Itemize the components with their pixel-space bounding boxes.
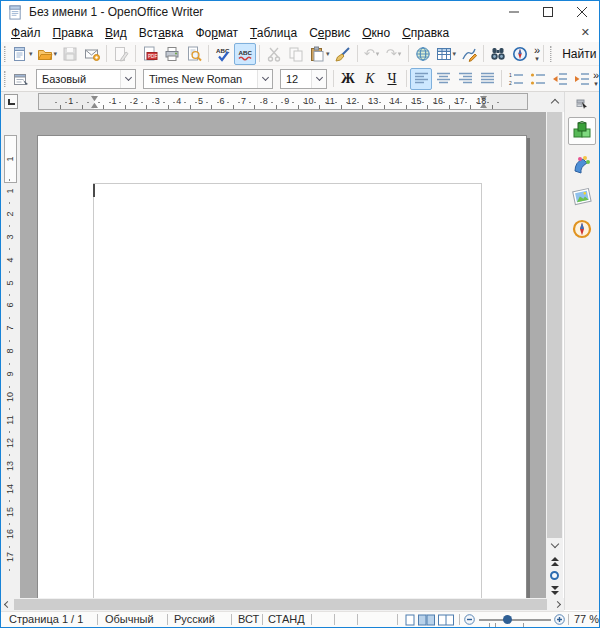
bold-button[interactable]: Ж bbox=[337, 68, 359, 90]
toolbar-grip[interactable] bbox=[4, 46, 6, 62]
ruler-tick bbox=[411, 102, 413, 103]
menu-item[interactable]: Окно bbox=[356, 25, 396, 41]
tab-stop-type-button[interactable] bbox=[4, 94, 18, 109]
find-toolbar-grip[interactable] bbox=[550, 46, 552, 62]
document-page[interactable] bbox=[37, 135, 527, 598]
sidebar-tab-styles[interactable] bbox=[568, 151, 596, 179]
bullet-list-button[interactable] bbox=[527, 68, 549, 90]
table-button[interactable]: ▾ bbox=[434, 43, 459, 65]
ruler-tick bbox=[465, 102, 467, 103]
view-multi-page-button[interactable] bbox=[418, 614, 435, 626]
auto-spellcheck-button[interactable]: ABC bbox=[234, 43, 256, 65]
hyperlink-button[interactable] bbox=[412, 43, 434, 65]
toolbar-grip[interactable] bbox=[4, 71, 6, 87]
combo-arrow[interactable] bbox=[311, 70, 326, 88]
view-book-button[interactable] bbox=[438, 614, 454, 626]
save-button[interactable] bbox=[59, 43, 81, 65]
paste-button[interactable]: ▾ bbox=[307, 43, 332, 65]
page-style-field[interactable]: Обычный bbox=[105, 612, 154, 627]
align-justify-button[interactable] bbox=[476, 68, 498, 90]
combo-arrow[interactable] bbox=[120, 70, 135, 88]
document-workspace[interactable] bbox=[20, 112, 546, 598]
svg-text:PDF: PDF bbox=[148, 54, 157, 59]
redo-button[interactable]: ↷ ▾ bbox=[383, 43, 405, 65]
sidebar-tab-properties[interactable] bbox=[568, 117, 596, 145]
open-button[interactable]: ▾ bbox=[35, 43, 60, 65]
ruler-tick bbox=[406, 105, 407, 109]
vertical-scrollbar-thumb[interactable] bbox=[547, 112, 562, 538]
styles-panel-button[interactable] bbox=[10, 68, 32, 90]
minimize-button[interactable] bbox=[497, 1, 531, 23]
export-pdf-icon: PDF bbox=[142, 46, 158, 62]
previous-page-button[interactable] bbox=[546, 555, 563, 568]
sidebar-settings-button[interactable] bbox=[568, 95, 596, 113]
menu-item[interactable]: Файл bbox=[5, 25, 47, 41]
indent-marker-left[interactable] bbox=[90, 95, 99, 113]
horizontal-scrollbar[interactable] bbox=[1, 598, 564, 611]
ruler-tick bbox=[60, 105, 61, 109]
increase-indent-button[interactable] bbox=[571, 68, 593, 90]
email-button[interactable] bbox=[81, 43, 103, 65]
combo-arrow[interactable] bbox=[257, 70, 272, 88]
menu-item[interactable]: Вставка bbox=[133, 25, 190, 41]
horizontal-scrollbar-thumb[interactable] bbox=[14, 599, 547, 610]
sidebar-tab-gallery[interactable] bbox=[568, 183, 596, 211]
menu-item[interactable]: Справка bbox=[396, 25, 455, 41]
italic-button[interactable]: К bbox=[359, 68, 381, 90]
menu-item[interactable]: Сервис bbox=[303, 25, 356, 41]
selection-mode-field[interactable]: СТАНД bbox=[268, 612, 305, 627]
language-field[interactable]: Русский bbox=[174, 612, 215, 627]
font-name-select[interactable]: Times New Roman bbox=[143, 69, 273, 89]
sidebar-tab-navigator[interactable] bbox=[568, 215, 596, 243]
maximize-button[interactable] bbox=[531, 1, 565, 23]
menu-item[interactable]: Таблица bbox=[244, 25, 303, 41]
navigator-button[interactable] bbox=[509, 43, 531, 65]
vertical-ruler[interactable]: 11234567891011121314151617 bbox=[1, 112, 20, 598]
next-page-button[interactable] bbox=[546, 583, 563, 596]
print-button[interactable] bbox=[161, 43, 183, 65]
zoom-slider[interactable] bbox=[479, 619, 551, 621]
insert-mode-field[interactable]: ВСТ bbox=[238, 612, 259, 627]
menu-item[interactable]: Правка bbox=[47, 25, 100, 41]
scroll-left-button[interactable] bbox=[1, 598, 14, 611]
underline-button[interactable]: Ч bbox=[381, 68, 403, 90]
align-center-button[interactable] bbox=[432, 68, 454, 90]
spelling-button[interactable]: ABC bbox=[212, 43, 234, 65]
scroll-up-button[interactable] bbox=[546, 93, 563, 110]
format-paintbrush-button[interactable] bbox=[332, 43, 354, 65]
new-document-button[interactable]: ▾ bbox=[10, 43, 35, 65]
toolbar-overflow-button[interactable]: » ▾ bbox=[534, 46, 540, 62]
zoom-slider-thumb[interactable] bbox=[503, 615, 512, 624]
scroll-down-button[interactable] bbox=[546, 539, 563, 552]
export-pdf-button[interactable]: PDF bbox=[139, 43, 161, 65]
copy-button[interactable] bbox=[285, 43, 307, 65]
numbered-list-button[interactable]: 12 bbox=[505, 68, 527, 90]
zoom-in-button[interactable] bbox=[554, 614, 565, 627]
view-single-page-button[interactable] bbox=[405, 614, 415, 626]
menu-item[interactable]: Формат bbox=[189, 25, 244, 41]
draw-functions-button[interactable] bbox=[458, 43, 480, 65]
horizontal-ruler[interactable]: 1123456789101112131415161718 bbox=[23, 93, 546, 111]
formatting-overflow-button[interactable]: » ▾ bbox=[593, 71, 599, 87]
font-size-select[interactable]: 12 bbox=[280, 69, 327, 89]
find-replace-button[interactable] bbox=[487, 43, 509, 65]
undo-button[interactable]: ↶ ▾ bbox=[361, 43, 383, 65]
align-left-button[interactable] bbox=[410, 68, 432, 90]
decrease-indent-button[interactable] bbox=[549, 68, 571, 90]
navigation-button[interactable] bbox=[546, 569, 563, 582]
page-preview-button[interactable] bbox=[183, 43, 205, 65]
zoom-percent-field[interactable]: 77 % bbox=[574, 612, 599, 627]
scroll-right-button[interactable] bbox=[551, 598, 564, 611]
document-close-icon[interactable]: ✕ bbox=[572, 26, 599, 39]
zoom-out-button[interactable] bbox=[464, 614, 475, 627]
paragraph-style-select[interactable]: Базовый bbox=[36, 69, 136, 89]
vertical-scrollbar[interactable] bbox=[546, 112, 563, 598]
edit-file-button[interactable] bbox=[110, 43, 132, 65]
find-toolbar-label[interactable]: Найти bbox=[562, 47, 596, 61]
menu-item[interactable]: Вид bbox=[99, 25, 133, 41]
align-justify-icon bbox=[480, 72, 495, 85]
close-button[interactable] bbox=[565, 1, 599, 23]
align-right-button[interactable] bbox=[454, 68, 476, 90]
cut-button[interactable] bbox=[263, 43, 285, 65]
page-number-field[interactable]: Страница 1 / 1 bbox=[9, 612, 83, 627]
